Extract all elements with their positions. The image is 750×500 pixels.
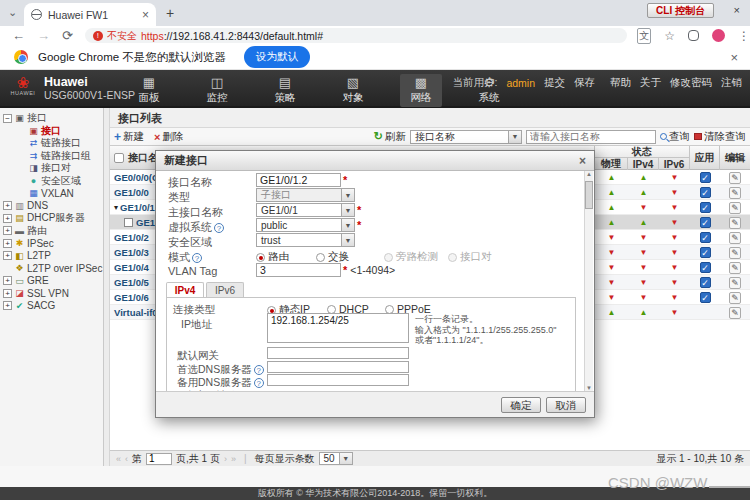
apply-checkbox[interactable]: ✓	[700, 172, 711, 183]
expand-icon[interactable]: +	[3, 276, 12, 285]
sidebar-item-路由[interactable]: +▬路由	[0, 225, 103, 238]
sidebar-item-链路接口[interactable]: ⇄链路接口	[0, 137, 103, 150]
next-page-button[interactable]: ›	[224, 454, 227, 464]
apply-checkbox[interactable]: ✓	[700, 217, 711, 228]
back-button[interactable]: ←	[12, 28, 25, 43]
apply-checkbox[interactable]: ✓	[700, 202, 711, 213]
sidebar-item-安全区域[interactable]: ●安全区域	[0, 175, 103, 188]
bookmark-star-icon[interactable]: ☆	[664, 29, 675, 43]
menu-item-面板[interactable]: ▦面板	[128, 74, 170, 107]
browser-menu-icon[interactable]: ⋮	[738, 29, 750, 43]
security-zone-select[interactable]: trust▼	[256, 233, 355, 247]
sidebar-item-链路接口组[interactable]: ⇉链路接口组	[0, 150, 103, 163]
row-checkbox[interactable]	[124, 218, 133, 227]
sidebar-item-VXLAN[interactable]: ▦VXLAN	[0, 187, 103, 200]
extensions-icon[interactable]	[688, 30, 699, 41]
tab-ipv6[interactable]: IPv6	[206, 282, 244, 297]
ip-address-textarea[interactable]: 192.168.1.254/25	[267, 313, 409, 343]
expand-icon[interactable]: +	[3, 301, 12, 310]
apply-checkbox[interactable]: ✓	[700, 232, 711, 243]
apply-checkbox[interactable]: ✓	[700, 277, 711, 288]
edit-icon[interactable]: ✎	[729, 187, 741, 199]
search-button[interactable]: 查询	[660, 130, 690, 144]
sidebar-item-L2TP[interactable]: +◧L2TP	[0, 250, 103, 263]
address-bar[interactable]: ! 不安全 https://192.168.41.2:8443/default.…	[85, 28, 627, 43]
edit-icon[interactable]: ✎	[729, 292, 741, 304]
menu-item-策略[interactable]: ▤策略	[264, 74, 306, 107]
help-icon[interactable]: ?	[192, 253, 202, 263]
last-page-button[interactable]: »	[231, 454, 236, 464]
edit-icon[interactable]: ✎	[729, 202, 741, 214]
expand-icon[interactable]: +	[3, 214, 12, 223]
edit-icon[interactable]: ✎	[729, 247, 741, 259]
menu-item-对象[interactable]: ▧对象	[332, 74, 374, 107]
url-text[interactable]: https://192.168.41.2:8443/default.html#	[141, 30, 323, 42]
apply-checkbox[interactable]: ✓	[700, 247, 711, 258]
not-secure-label[interactable]: 不安全	[107, 29, 137, 43]
set-default-button[interactable]: 设为默认	[244, 46, 310, 68]
dialog-title-bar[interactable]: 新建接口 ×	[156, 151, 594, 171]
dialog-scrollbar[interactable]: ▲▼	[584, 171, 593, 391]
browser-tab[interactable]: Huawei FW1 ×	[24, 3, 156, 26]
select-all-checkbox[interactable]	[114, 153, 124, 163]
dialog-close-icon[interactable]: ×	[579, 154, 586, 168]
help-icon[interactable]: ?	[254, 378, 264, 388]
primary-dns-input[interactable]	[267, 361, 409, 373]
user-link-修改密码[interactable]: 修改密码	[670, 76, 712, 90]
user-link-帮助[interactable]: 帮助	[610, 76, 631, 90]
not-secure-icon[interactable]: !	[93, 31, 103, 41]
window-close-button[interactable]: ×	[734, 4, 740, 16]
mode-radio-switch[interactable]: 交换	[316, 250, 349, 264]
interface-name-input[interactable]	[256, 173, 341, 187]
type-select[interactable]: 子接口▼	[256, 188, 355, 202]
user-link-保存[interactable]: 保存	[574, 76, 595, 90]
user-link-提交[interactable]: 提交	[544, 76, 565, 90]
edit-icon[interactable]: ✎	[729, 217, 741, 229]
forward-button[interactable]: →	[37, 28, 50, 43]
cancel-button[interactable]: 取消	[546, 397, 586, 413]
edit-icon[interactable]: ✎	[729, 172, 741, 184]
sidebar-item-接口[interactable]: ▣接口	[0, 125, 103, 138]
column-edit[interactable]: 编辑	[720, 146, 750, 170]
translate-icon[interactable]: 文	[637, 28, 651, 44]
menu-item-监控[interactable]: ◫监控	[196, 74, 238, 107]
collapse-icon[interactable]: −	[3, 114, 12, 123]
sidebar-item-接口[interactable]: −▣接口	[0, 112, 103, 125]
prev-page-button[interactable]: ‹	[125, 454, 128, 464]
new-tab-button[interactable]: +	[166, 5, 174, 21]
secondary-dns-input[interactable]	[267, 374, 409, 386]
row-expander-icon[interactable]: ▾	[114, 203, 118, 212]
sidebar-item-SACG[interactable]: +✔SACG	[0, 300, 103, 313]
apply-checkbox[interactable]: ✓	[700, 262, 711, 273]
tab-close-icon[interactable]: ×	[142, 8, 149, 22]
column-apply[interactable]: 应用	[690, 146, 720, 170]
sidebar-item-L2TP over IPSec[interactable]: ❖L2TP over IPSec	[0, 262, 103, 275]
per-page-select[interactable]: 50▼	[319, 452, 353, 465]
vsys-select[interactable]: public▼	[256, 218, 355, 232]
expand-icon[interactable]: +	[3, 239, 12, 248]
filter-field-select[interactable]: 接口名称▼	[410, 130, 522, 144]
apply-checkbox[interactable]: ✓	[700, 187, 711, 198]
clear-search-button[interactable]: 清除查询	[694, 130, 746, 144]
edit-icon[interactable]: ✎	[729, 232, 741, 244]
menu-item-网络[interactable]: ▩网络	[400, 74, 442, 107]
help-icon[interactable]: ?	[214, 223, 224, 233]
sidebar-item-GRE[interactable]: +▭GRE	[0, 275, 103, 288]
reload-button[interactable]: ⟳	[62, 28, 73, 43]
new-button[interactable]: +新建	[114, 130, 144, 144]
page-number-input[interactable]	[146, 453, 172, 465]
search-input[interactable]	[526, 130, 656, 144]
column-ipv6[interactable]: IPv6	[659, 158, 690, 170]
column-physical[interactable]: 物理	[595, 158, 628, 170]
edit-icon[interactable]: ✎	[729, 262, 741, 274]
delete-button[interactable]: ×删除	[154, 130, 183, 144]
default-gateway-input[interactable]	[267, 347, 409, 359]
notification-close-icon[interactable]: ×	[730, 50, 738, 65]
sidebar-item-接口对[interactable]: ◨接口对	[0, 162, 103, 175]
expand-icon[interactable]: +	[3, 201, 12, 210]
expand-icon[interactable]: +	[3, 289, 12, 298]
help-icon[interactable]: ?	[254, 365, 264, 375]
edit-icon[interactable]: ✎	[729, 307, 741, 319]
edit-icon[interactable]: ✎	[729, 277, 741, 289]
expand-icon[interactable]: +	[3, 251, 12, 260]
